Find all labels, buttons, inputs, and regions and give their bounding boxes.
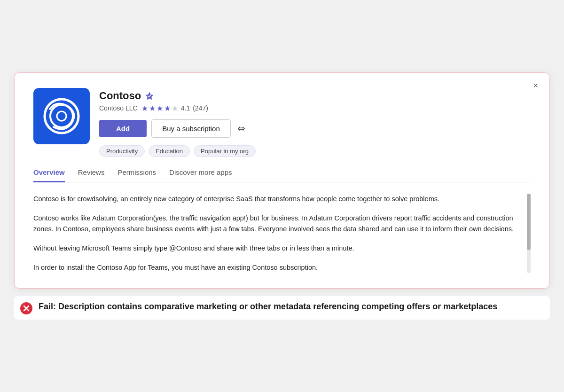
tab-reviews[interactable]: Reviews	[78, 168, 105, 182]
star-2: ★	[149, 104, 156, 113]
tabs-row: Overview Reviews Permissions Discover mo…	[33, 168, 531, 182]
app-publisher-row: Contoso LLC ★ ★ ★ ★ ★ 4.1 (247)	[99, 104, 531, 113]
fail-text: Fail: Description contains comparative m…	[39, 301, 497, 313]
svg-point-2	[57, 111, 66, 121]
verified-icon	[145, 91, 154, 101]
tag-popular[interactable]: Popular in my org	[194, 145, 256, 157]
app-header: Contoso Contoso LLC ★ ★ ★ ★ ★	[33, 88, 531, 157]
page-wrapper: × Contoso	[14, 72, 550, 320]
add-button[interactable]: Add	[99, 120, 147, 137]
close-button[interactable]: ×	[533, 81, 538, 90]
tags-row: Productivity Education Popular in my org	[99, 145, 531, 157]
description: Contoso is for crowdsolving, an entirely…	[33, 194, 523, 274]
link-icon-button[interactable]: ⇔	[235, 123, 247, 134]
app-name: Contoso	[99, 90, 141, 102]
action-row: Add Buy a subscription ⇔	[99, 119, 531, 138]
description-para-3: Without leaving Microsoft Teams simply t…	[33, 243, 523, 254]
app-info: Contoso Contoso LLC ★ ★ ★ ★ ★	[99, 88, 531, 157]
fail-bar: Fail: Description contains comparative m…	[14, 296, 550, 320]
buy-subscription-button[interactable]: Buy a subscription	[151, 119, 231, 138]
description-para-2: Contoso works like Adatum Corporation(ye…	[33, 213, 523, 235]
star-rating: ★ ★ ★ ★ ★ 4.1 (247)	[141, 104, 208, 113]
rating-value: 4.1	[181, 104, 190, 112]
description-para-1: Contoso is for crowdsolving, an entirely…	[33, 194, 523, 204]
star-1: ★	[141, 104, 148, 113]
tag-education[interactable]: Education	[149, 145, 190, 157]
tab-overview[interactable]: Overview	[33, 168, 65, 182]
scrollbar[interactable]	[527, 194, 531, 274]
rating-count: (247)	[193, 104, 208, 112]
app-icon	[33, 88, 90, 144]
content-area: Contoso is for crowdsolving, an entirely…	[33, 182, 523, 274]
app-publisher: Contoso LLC	[99, 104, 138, 112]
star-5: ★	[172, 104, 178, 113]
tab-permissions[interactable]: Permissions	[118, 168, 156, 182]
tab-discover-more-apps[interactable]: Discover more apps	[169, 168, 232, 182]
star-3: ★	[157, 104, 163, 113]
fail-icon	[20, 302, 33, 315]
tag-productivity[interactable]: Productivity	[99, 145, 145, 157]
scrollbar-thumb[interactable]	[527, 194, 531, 250]
star-4: ★	[164, 104, 171, 113]
content-scrollbar-container: Contoso is for crowdsolving, an entirely…	[33, 182, 531, 274]
app-modal: × Contoso	[14, 72, 550, 289]
description-para-4: In order to install the Contoso App for …	[33, 262, 523, 273]
app-title-row: Contoso	[99, 90, 531, 102]
